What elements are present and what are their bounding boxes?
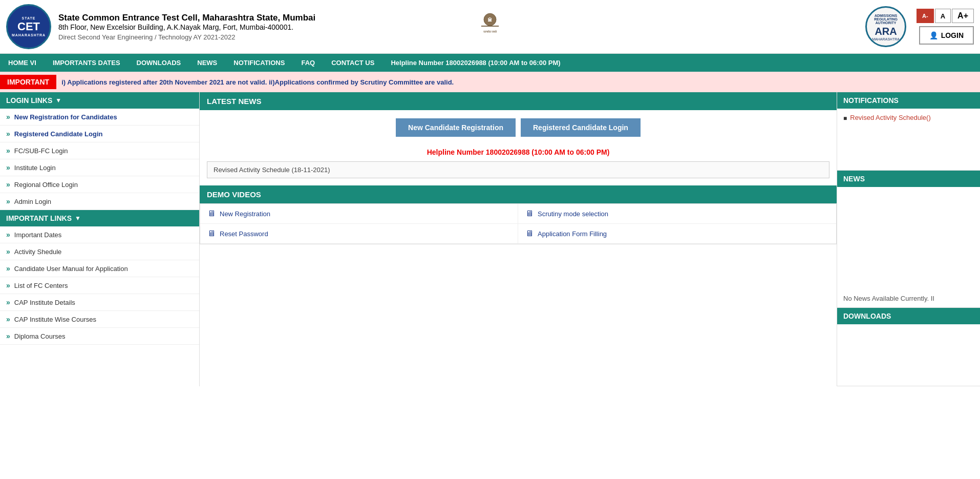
registered-candidate-login-button[interactable]: Registered Candidate Login (521, 118, 641, 137)
login-links-header: LOGIN LINKS ▼ (0, 92, 199, 109)
demo-form-filling-link[interactable]: Application Form Filling (538, 230, 607, 238)
login-label: LOGIN (941, 31, 964, 39)
monitor-icon: 🖥 (525, 209, 534, 218)
org-subtitle: Direct Second Year Engineering / Technol… (58, 33, 865, 41)
chevron-icon: » (6, 163, 10, 172)
demo-new-registration[interactable]: 🖥 New Registration (200, 204, 518, 224)
sidebar-item-institute-login[interactable]: » Institute Login (0, 159, 199, 176)
ara-logo: ADMISSIONS REGULATING AUTHORITY ARA MAHA… (865, 6, 906, 47)
downloads-section: DOWNLOADS (837, 308, 980, 386)
downloads-header: DOWNLOADS (837, 308, 980, 324)
cap-institute-link[interactable]: CAP Institute Details (14, 299, 75, 306)
chevron-icon: » (6, 130, 10, 138)
regional-login-link[interactable]: Regional Office Login (14, 181, 78, 189)
svg-text:सत्यमेव जयते: सत्यमेव जयते (483, 29, 498, 33)
news-section: NEWS No News Available Currently. II (837, 171, 980, 308)
font-increase-button[interactable]: A+ (952, 9, 974, 23)
login-links-label: LOGIN LINKS (6, 96, 52, 105)
chevron-icon: » (6, 247, 10, 256)
important-links-label: IMPORTANT LINKS (6, 214, 72, 222)
sidebar-item-important-dates[interactable]: » Important Dates (0, 226, 199, 243)
nav-home[interactable]: HOME VI (0, 54, 45, 72)
emblem: 🏛 सत्यमेव जयते (475, 11, 505, 43)
no-news-text: No News Available Currently. II (843, 295, 974, 302)
chevron-icon: » (6, 281, 10, 289)
font-size-controls: A- A A+ (917, 9, 974, 23)
sidebar-item-cap-courses[interactable]: » CAP Institute Wise Courses (0, 311, 199, 328)
svg-rect-2 (481, 26, 499, 27)
svg-text:🏛: 🏛 (488, 17, 493, 23)
demo-videos-grid: 🖥 New Registration 🖥 Scrutiny mode selec… (200, 203, 837, 244)
content-area: LATEST NEWS New Candidate Registration R… (200, 92, 837, 386)
header-controls: A- A A+ 👤 LOGIN (917, 9, 974, 45)
sidebar-item-admin-login[interactable]: » Admin Login (0, 193, 199, 210)
sidebar-item-activity-schedule[interactable]: » Activity Shedule (0, 243, 199, 260)
fc-centers-link[interactable]: List of FC Centers (14, 282, 68, 289)
nav-downloads[interactable]: DOWNLOADS (129, 54, 189, 72)
demo-form-filling[interactable]: 🖥 Application Form Filling (518, 224, 836, 244)
important-links-header: IMPORTANT LINKS ▼ (0, 210, 199, 226)
notifications-header: NOTIFICATIONS (837, 92, 980, 109)
demo-new-registration-link[interactable]: New Registration (220, 210, 270, 218)
bullet-icon: ■ (843, 115, 847, 122)
nav-notifications[interactable]: NOTIFICATIONS (225, 54, 293, 72)
header-text: State Common Entrance Test Cell, Maharas… (58, 13, 865, 41)
chevron-icon: » (6, 264, 10, 273)
font-normal-button[interactable]: A (935, 9, 951, 23)
login-links-arrow-icon: ▼ (55, 97, 61, 104)
institute-login-link[interactable]: Institute Login (14, 164, 56, 172)
latest-news-header: LATEST NEWS (200, 92, 837, 110)
login-button[interactable]: 👤 LOGIN (919, 26, 974, 45)
important-marquee-text: i) Applications registered after 20th No… (61, 78, 980, 86)
notifications-body: ■ Revised Activity Schedule() (837, 109, 980, 170)
demo-scrutiny[interactable]: 🖥 Scrutiny mode selection (518, 204, 836, 224)
cet-logo: STATE CET MAHARASHTRA (6, 4, 51, 49)
fc-login-link[interactable]: FC/SUB-FC Login (14, 147, 68, 155)
right-panel: NOTIFICATIONS ■ Revised Activity Schedul… (837, 92, 980, 386)
org-address: 8th Floor, New Excelsior Building, A.K.N… (58, 23, 865, 31)
chevron-icon: » (6, 197, 10, 205)
activity-schedule-link[interactable]: Activity Shedule (14, 248, 62, 256)
font-decrease-button[interactable]: A- (917, 9, 934, 23)
notifications-section: NOTIFICATIONS ■ Revised Activity Schedul… (837, 92, 980, 171)
chevron-icon: » (6, 147, 10, 155)
chevron-icon: » (6, 315, 10, 323)
demo-scrutiny-link[interactable]: Scrutiny mode selection (538, 210, 608, 218)
important-links-arrow-icon: ▼ (75, 215, 81, 222)
nav-important-dates[interactable]: IMPORTANTS DATES (45, 54, 129, 72)
login-person-icon: 👤 (929, 31, 938, 39)
diploma-link[interactable]: Diploma Courses (14, 332, 66, 340)
sidebar-item-user-manual[interactable]: » Candidate User Manual for Application (0, 260, 199, 277)
news-buttons-container: New Candidate Registration Registered Ca… (200, 110, 837, 145)
nav-faq[interactable]: FAQ (293, 54, 323, 72)
registered-login-link[interactable]: Registered Candidate Login (14, 130, 103, 138)
cap-courses-link[interactable]: CAP Institute Wise Courses (14, 316, 96, 323)
user-manual-link[interactable]: Candidate User Manual for Application (14, 265, 128, 273)
sidebar-item-fc-centers[interactable]: » List of FC Centers (0, 277, 199, 294)
sidebar-item-cap-institute[interactable]: » CAP Institute Details (0, 294, 199, 311)
nav-news[interactable]: NEWS (189, 54, 225, 72)
org-name: State Common Entrance Test Cell, Maharas… (58, 13, 865, 23)
main-layout: LOGIN LINKS ▼ » New Registration for Can… (0, 92, 980, 386)
sidebar-item-fc-login[interactable]: » FC/SUB-FC Login (0, 142, 199, 159)
sidebar-item-regional-login[interactable]: » Regional Office Login (0, 176, 199, 193)
demo-reset-password[interactable]: 🖥 Reset Password (200, 224, 518, 244)
important-dates-link[interactable]: Important Dates (14, 231, 62, 239)
admin-login-link[interactable]: Admin Login (14, 198, 51, 205)
nav-contact[interactable]: CONTACT US (323, 54, 382, 72)
helpline-text: Helpline Number 18002026988 (10:00 AM to… (200, 145, 837, 161)
notification-item: ■ Revised Activity Schedule() (843, 114, 974, 122)
new-candidate-registration-button[interactable]: New Candidate Registration (396, 118, 516, 137)
sidebar-item-new-registration[interactable]: » New Registration for Candidates (0, 109, 199, 126)
chevron-icon: » (6, 180, 10, 189)
chevron-icon: » (6, 298, 10, 306)
sidebar-item-diploma[interactable]: » Diploma Courses (0, 328, 199, 345)
chevron-icon: » (6, 113, 10, 121)
sidebar-item-registered-login[interactable]: » Registered Candidate Login (0, 126, 199, 142)
new-registration-link[interactable]: New Registration for Candidates (14, 113, 117, 121)
notification-link[interactable]: Revised Activity Schedule() (850, 114, 931, 121)
demo-reset-password-link[interactable]: Reset Password (220, 230, 268, 238)
important-label: IMPORTANT (0, 75, 56, 89)
chevron-icon: » (6, 231, 10, 239)
important-banner: IMPORTANT i) Applications registered aft… (0, 72, 980, 92)
